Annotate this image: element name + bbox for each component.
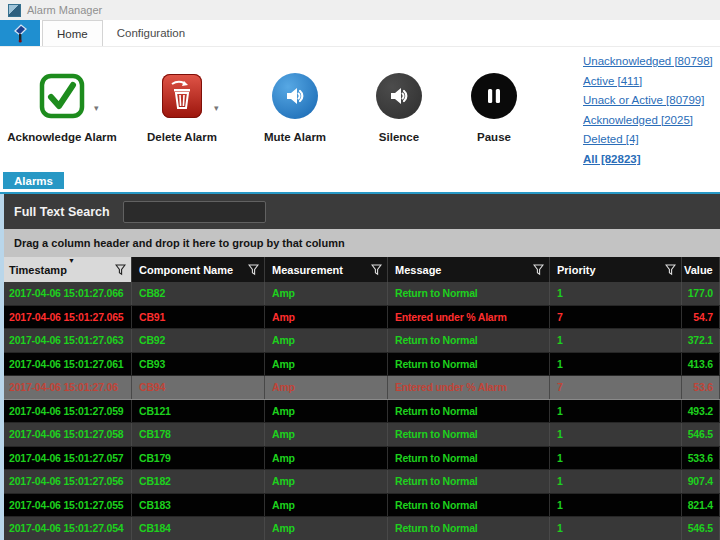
- window-title: Alarm Manager: [27, 4, 102, 16]
- silence-speaker-icon: [376, 73, 422, 119]
- cell-timestamp: 2017-04-06 15:01:27.065: [4, 306, 132, 329]
- cell-message: Return to Normal: [388, 447, 550, 470]
- pause-icon: [471, 73, 517, 119]
- cell-timestamp: 2017-04-06 15:01:27.054: [4, 517, 132, 540]
- alarm-manager-window: Alarm Manager Home Configuration ▾ Ackno…: [0, 0, 720, 540]
- cell-component: CB121: [132, 400, 265, 423]
- cell-component: CB93: [132, 353, 265, 376]
- cell-priority: 1: [550, 447, 682, 470]
- cell-priority: 7: [550, 376, 682, 399]
- cell-priority: 1: [550, 400, 682, 423]
- cell-component: CB178: [132, 423, 265, 446]
- table-row[interactable]: 2017-04-06 15:01:27.054CB184AmpReturn to…: [4, 517, 720, 540]
- cell-measurement: Amp: [265, 494, 388, 517]
- column-header-message[interactable]: Message: [388, 257, 550, 282]
- link-unack-or-active[interactable]: Unack or Active [80799]: [583, 91, 713, 111]
- app-menu-button[interactable]: [0, 20, 40, 46]
- cell-value: 546.5: [682, 517, 720, 540]
- cell-value: 533.6: [682, 447, 720, 470]
- pause-button[interactable]: Pause: [449, 73, 539, 143]
- column-header-component-name[interactable]: Component Name: [132, 257, 265, 282]
- cell-measurement: Amp: [265, 423, 388, 446]
- full-text-search-input[interactable]: [123, 201, 266, 223]
- silence-label: Silence: [379, 131, 419, 143]
- acknowledge-check-icon: [39, 73, 85, 119]
- cell-message: Return to Normal: [388, 400, 550, 423]
- link-unacknowledged[interactable]: Unacknowledged [80798]: [583, 52, 713, 72]
- link-acknowledged[interactable]: Acknowledged [2025]: [583, 111, 713, 131]
- delete-alarm-button[interactable]: ▾ Delete Alarm: [127, 73, 237, 143]
- column-header-value[interactable]: Value: [682, 257, 720, 282]
- cell-measurement: Amp: [265, 329, 388, 352]
- filter-icon[interactable]: [248, 264, 259, 276]
- tab-configuration[interactable]: Configuration: [103, 20, 199, 46]
- app-window-icon: [8, 4, 21, 17]
- cell-timestamp: 2017-04-06 15:01:27.059: [4, 400, 132, 423]
- cell-timestamp: 2017-04-06 15:01:27.066: [4, 282, 132, 305]
- table-row[interactable]: 2017-04-06 15:01:27.056CB182AmpReturn to…: [4, 470, 720, 494]
- cell-measurement: Amp: [265, 400, 388, 423]
- table-row[interactable]: 2017-04-06 15:01:27.065CB91AmpEntered un…: [4, 306, 720, 330]
- cell-message: Entered under % Alarm: [388, 306, 550, 329]
- table-row[interactable]: 2017-04-06 15:01:27.061CB93AmpReturn to …: [4, 353, 720, 377]
- table-row[interactable]: 2017-04-06 15:01:27.059CB121AmpReturn to…: [4, 400, 720, 424]
- cell-timestamp: 2017-04-06 15:01:27.057: [4, 447, 132, 470]
- cell-measurement: Amp: [265, 306, 388, 329]
- tab-alarms[interactable]: Alarms: [3, 172, 64, 189]
- cell-timestamp: 2017-04-06 15:01:27.063: [4, 329, 132, 352]
- cell-priority: 1: [550, 329, 682, 352]
- filter-icon[interactable]: [533, 264, 544, 276]
- relay-tool-icon: [9, 22, 31, 44]
- acknowledge-dropdown-caret[interactable]: ▾: [94, 103, 99, 113]
- cell-timestamp: 2017-04-06 15:01:27.06: [4, 376, 132, 399]
- group-by-drop-zone[interactable]: Drag a column header and drop it here to…: [4, 229, 720, 257]
- tab-home[interactable]: Home: [42, 20, 103, 46]
- table-row[interactable]: 2017-04-06 15:01:27.058CB178AmpReturn to…: [4, 423, 720, 447]
- cell-priority: 1: [550, 282, 682, 305]
- ribbon-tab-strip: Home Configuration: [0, 20, 720, 47]
- cell-message: Return to Normal: [388, 329, 550, 352]
- delete-alarm-label: Delete Alarm: [147, 131, 217, 143]
- link-all[interactable]: All [82823]: [583, 150, 713, 170]
- delete-dropdown-caret[interactable]: ▾: [214, 103, 219, 113]
- cell-priority: 7: [550, 306, 682, 329]
- link-active[interactable]: Active [411]: [583, 72, 713, 92]
- table-row[interactable]: 2017-04-06 15:01:27.066CB82AmpReturn to …: [4, 282, 720, 306]
- cell-component: CB94: [132, 376, 265, 399]
- alarms-grid-area: Full Text Search Drag a column header an…: [0, 194, 720, 540]
- cell-measurement: Amp: [265, 447, 388, 470]
- filter-icon[interactable]: [115, 264, 126, 276]
- column-header-measurement[interactable]: Measurement: [265, 257, 388, 282]
- table-row[interactable]: 2017-04-06 15:01:27.055CB183AmpReturn to…: [4, 494, 720, 518]
- column-header-timestamp[interactable]: Timestamp ▼: [4, 257, 132, 282]
- table-header-row: Timestamp ▼ Component Name Measurement: [4, 257, 720, 282]
- table-row[interactable]: 2017-04-06 15:01:27.063CB92AmpReturn to …: [4, 329, 720, 353]
- title-bar: Alarm Manager: [0, 0, 720, 20]
- alarms-tab-strip: Alarms: [0, 171, 720, 194]
- cell-message: Entered under % Alarm: [388, 376, 550, 399]
- cell-message: Return to Normal: [388, 517, 550, 540]
- filter-icon[interactable]: [371, 264, 382, 276]
- cell-component: CB182: [132, 470, 265, 493]
- pause-label: Pause: [477, 131, 511, 143]
- table-body: 2017-04-06 15:01:27.066CB82AmpReturn to …: [4, 282, 720, 540]
- column-header-priority[interactable]: Priority: [550, 257, 682, 282]
- filter-icon[interactable]: [665, 264, 676, 276]
- silence-button[interactable]: Silence: [354, 73, 444, 143]
- cell-measurement: Amp: [265, 470, 388, 493]
- cell-component: CB91: [132, 306, 265, 329]
- cell-value: 907.4: [682, 470, 720, 493]
- cell-component: CB183: [132, 494, 265, 517]
- acknowledge-alarm-button[interactable]: ▾ Acknowledge Alarm: [0, 73, 127, 143]
- link-deleted[interactable]: Deleted [4]: [583, 130, 713, 150]
- cell-message: Return to Normal: [388, 494, 550, 517]
- cell-timestamp: 2017-04-06 15:01:27.058: [4, 423, 132, 446]
- cell-message: Return to Normal: [388, 282, 550, 305]
- cell-priority: 1: [550, 517, 682, 540]
- table-row[interactable]: 2017-04-06 15:01:27.057CB179AmpReturn to…: [4, 447, 720, 471]
- cell-component: CB184: [132, 517, 265, 540]
- cell-timestamp: 2017-04-06 15:01:27.056: [4, 470, 132, 493]
- cell-value: 53.6: [682, 376, 720, 399]
- table-row[interactable]: 2017-04-06 15:01:27.06CB94AmpEntered und…: [4, 376, 720, 400]
- mute-alarm-button[interactable]: Mute Alarm: [240, 73, 350, 143]
